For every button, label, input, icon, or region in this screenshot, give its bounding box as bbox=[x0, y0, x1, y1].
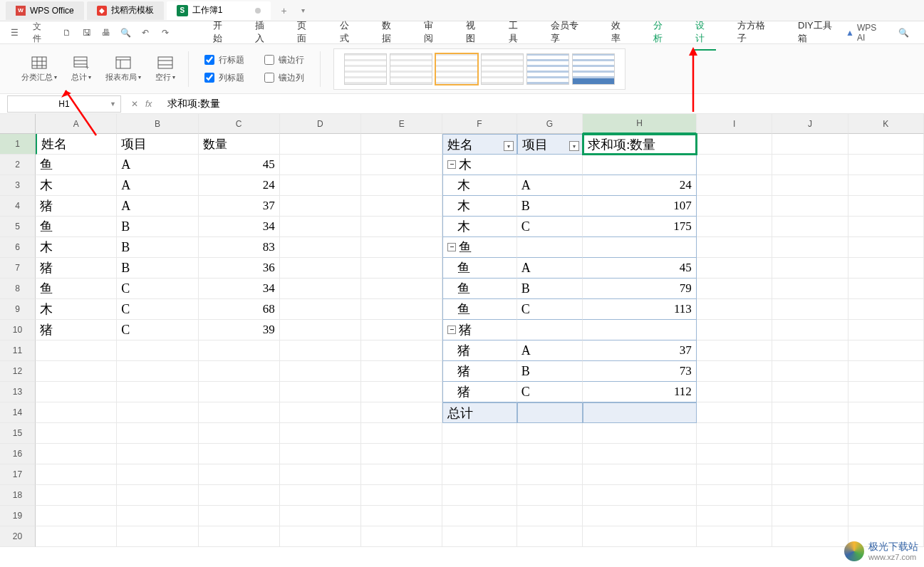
cell[interactable] bbox=[772, 237, 848, 258]
cell[interactable] bbox=[280, 217, 361, 237]
tab-view[interactable]: 视图 bbox=[463, 15, 487, 51]
cell[interactable] bbox=[117, 402, 198, 423]
cell[interactable]: 木 bbox=[442, 175, 516, 196]
undo-icon[interactable]: ↶ bbox=[140, 26, 152, 39]
cell[interactable] bbox=[697, 340, 772, 361]
cell[interactable] bbox=[772, 423, 848, 444]
cell[interactable] bbox=[772, 485, 848, 506]
cell[interactable]: 36 bbox=[199, 258, 280, 279]
row-header[interactable]: 12 bbox=[0, 361, 36, 382]
tab-review[interactable]: 审阅 bbox=[421, 15, 445, 51]
cell[interactable] bbox=[280, 320, 361, 340]
cell[interactable] bbox=[772, 155, 848, 175]
cell[interactable] bbox=[280, 402, 361, 423]
cell[interactable] bbox=[361, 237, 442, 258]
cell[interactable]: 45 bbox=[199, 155, 280, 175]
tab-menu-dropdown[interactable]: ▾ bbox=[294, 6, 312, 14]
cell[interactable] bbox=[442, 444, 516, 464]
cell[interactable]: 数量 bbox=[199, 134, 280, 155]
cell[interactable]: B bbox=[517, 196, 583, 217]
chevron-down-icon[interactable]: ▼ bbox=[110, 100, 116, 108]
cell[interactable] bbox=[848, 237, 924, 258]
cell[interactable]: C bbox=[517, 217, 583, 237]
cell[interactable] bbox=[697, 134, 772, 155]
style-thumb-4[interactable] bbox=[481, 53, 524, 85]
cell[interactable] bbox=[697, 361, 772, 382]
cell[interactable] bbox=[117, 423, 198, 444]
style-thumb-5[interactable] bbox=[526, 53, 569, 85]
cell[interactable] bbox=[848, 175, 924, 196]
border-row-checkbox[interactable]: 镶边行 bbox=[264, 54, 304, 66]
cell[interactable] bbox=[280, 423, 361, 444]
row-header[interactable]: 8 bbox=[0, 279, 36, 299]
cell[interactable] bbox=[772, 464, 848, 485]
cell[interactable] bbox=[583, 444, 696, 464]
cell[interactable] bbox=[772, 217, 848, 237]
row-header[interactable]: 14 bbox=[0, 402, 36, 423]
cell[interactable] bbox=[697, 258, 772, 279]
cell[interactable] bbox=[772, 320, 848, 340]
cell[interactable] bbox=[772, 361, 848, 382]
cell[interactable]: B bbox=[117, 217, 198, 237]
cell[interactable]: C bbox=[117, 299, 198, 320]
cell[interactable] bbox=[361, 258, 442, 279]
cell[interactable] bbox=[199, 423, 280, 444]
cell[interactable] bbox=[199, 361, 280, 382]
tab-analysis[interactable]: 分析 bbox=[650, 15, 674, 51]
fx-icon[interactable]: fx bbox=[145, 99, 152, 109]
cell[interactable] bbox=[280, 279, 361, 299]
cell[interactable]: 鱼 bbox=[36, 217, 117, 237]
cell[interactable]: −木 bbox=[442, 155, 516, 175]
column-header[interactable]: B bbox=[117, 114, 198, 134]
cell[interactable] bbox=[697, 237, 772, 258]
cell[interactable]: 175 bbox=[583, 217, 696, 237]
cell[interactable]: 37 bbox=[583, 340, 696, 361]
cell[interactable]: 木 bbox=[36, 299, 117, 320]
cell[interactable] bbox=[697, 464, 772, 485]
cell[interactable]: 木 bbox=[36, 175, 117, 196]
name-box[interactable]: H1 ▼ bbox=[7, 95, 121, 113]
cell[interactable]: 39 bbox=[199, 320, 280, 340]
cell[interactable] bbox=[361, 506, 442, 526]
cell[interactable]: C bbox=[517, 299, 583, 320]
cell[interactable] bbox=[280, 444, 361, 464]
row-header[interactable]: 20 bbox=[0, 526, 36, 547]
cell[interactable]: 姓名▾ bbox=[442, 134, 516, 155]
search-icon[interactable]: 🔍 bbox=[897, 26, 910, 39]
cell[interactable]: B bbox=[517, 279, 583, 299]
cell[interactable] bbox=[848, 444, 924, 464]
cell[interactable]: 猪 bbox=[36, 320, 117, 340]
cell[interactable] bbox=[36, 485, 117, 506]
cell[interactable] bbox=[117, 382, 198, 402]
cell[interactable] bbox=[697, 320, 772, 340]
cell[interactable] bbox=[772, 299, 848, 320]
tab-efficiency[interactable]: 效率 bbox=[608, 15, 632, 51]
cell[interactable] bbox=[361, 340, 442, 361]
row-header-checkbox[interactable]: 行标题 bbox=[204, 54, 244, 66]
cell[interactable] bbox=[517, 155, 583, 175]
cell[interactable] bbox=[36, 361, 117, 382]
cell[interactable] bbox=[583, 402, 696, 423]
cell[interactable] bbox=[199, 526, 280, 547]
tab-start[interactable]: 开始 bbox=[210, 15, 234, 51]
row-header[interactable]: 7 bbox=[0, 258, 36, 279]
row-header[interactable]: 13 bbox=[0, 382, 36, 402]
cell[interactable]: 木 bbox=[442, 217, 516, 237]
cell[interactable] bbox=[697, 506, 772, 526]
cell[interactable] bbox=[280, 485, 361, 506]
cell[interactable] bbox=[848, 361, 924, 382]
cell[interactable] bbox=[361, 279, 442, 299]
cell[interactable]: 项目▾ bbox=[517, 134, 583, 155]
cell[interactable] bbox=[280, 299, 361, 320]
cell[interactable] bbox=[848, 340, 924, 361]
total-button[interactable]: + 总计▾ bbox=[64, 56, 98, 83]
cell[interactable]: 木 bbox=[442, 196, 516, 217]
column-header[interactable]: E bbox=[361, 114, 442, 134]
cell[interactable] bbox=[361, 485, 442, 506]
tab-square[interactable]: 方方格子 bbox=[734, 15, 777, 51]
row-header[interactable]: 2 bbox=[0, 155, 36, 175]
cell[interactable] bbox=[280, 155, 361, 175]
cell[interactable]: B bbox=[517, 361, 583, 382]
cell[interactable]: 鱼 bbox=[36, 155, 117, 175]
cell[interactable]: 83 bbox=[199, 237, 280, 258]
